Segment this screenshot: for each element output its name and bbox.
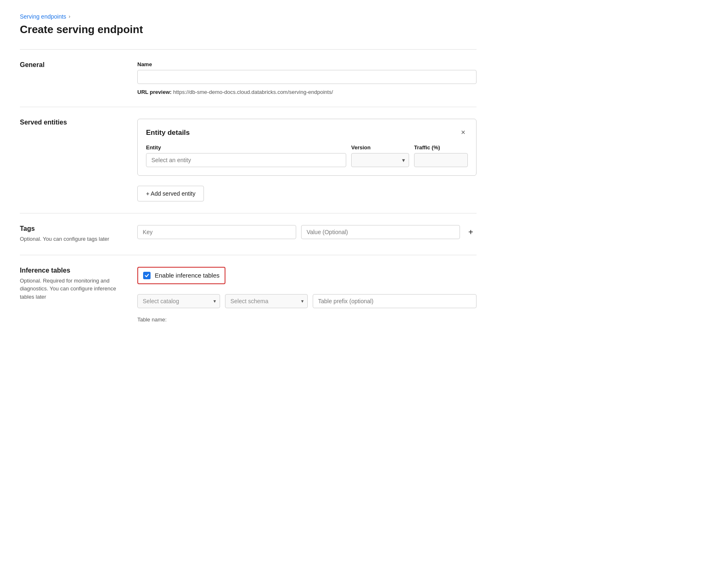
inference-tables-label-group: Inference tables Optional. Required for … <box>20 267 127 323</box>
entity-field-group: Entity <box>146 144 346 167</box>
tags-label-group: Tags Optional. You can configure tags la… <box>20 225 127 243</box>
enable-inference-checkbox-row[interactable]: Enable inference tables <box>137 267 225 284</box>
version-field-group: Version <box>351 144 409 167</box>
general-label: General <box>20 61 127 69</box>
breadcrumb-chevron: › <box>69 14 70 19</box>
schema-select-wrapper: Select schema <box>225 294 308 308</box>
url-preview: URL preview: https://db-sme-demo-docs.cl… <box>137 89 477 95</box>
served-entities-section: Served entities Entity details × Entity … <box>20 107 477 213</box>
version-field-label: Version <box>351 144 409 151</box>
version-select-wrapper <box>351 153 409 167</box>
entity-card-close-button[interactable]: × <box>458 127 468 138</box>
schema-select[interactable]: Select schema <box>225 294 308 308</box>
table-name-label: Table name: <box>137 316 167 323</box>
breadcrumb: Serving endpoints › <box>20 13 477 20</box>
entity-card-title: Entity details <box>146 129 190 137</box>
served-entities-label: Served entities <box>20 119 127 126</box>
url-preview-url: https://db-sme-demo-docs.cloud.databrick… <box>173 89 333 95</box>
traffic-field-label: Traffic (%) <box>414 144 468 151</box>
breadcrumb-link[interactable]: Serving endpoints <box>20 13 66 20</box>
tags-content: + <box>137 225 477 243</box>
tags-value-input[interactable] <box>301 225 460 239</box>
entity-card: Entity details × Entity Version <box>137 119 477 176</box>
served-entities-content: Entity details × Entity Version <box>137 119 477 201</box>
general-content: Name URL preview: https://db-sme-demo-do… <box>137 61 477 95</box>
inference-tables-label: Inference tables <box>20 267 127 274</box>
catalog-select-wrapper: Select catalog <box>137 294 220 308</box>
inference-tables-content: Enable inference tables Select catalog S… <box>137 267 477 323</box>
entity-input[interactable] <box>146 153 346 167</box>
name-input[interactable] <box>137 70 477 84</box>
served-entities-label-group: Served entities <box>20 119 127 201</box>
tags-sublabel: Optional. You can configure tags later <box>20 235 127 243</box>
general-section: General Name URL preview: https://db-sme… <box>20 49 477 107</box>
add-served-entity-button[interactable]: + Add served entity <box>137 186 204 201</box>
inference-tables-sublabel: Optional. Required for monitoring and di… <box>20 277 127 301</box>
version-select[interactable] <box>351 153 409 167</box>
table-name-row: Table name: <box>137 316 477 323</box>
enable-inference-label: Enable inference tables <box>155 272 220 279</box>
tags-key-input[interactable] <box>137 225 296 239</box>
tags-label: Tags <box>20 225 127 232</box>
table-prefix-input[interactable] <box>313 294 477 308</box>
tags-section: Tags Optional. You can configure tags la… <box>20 213 477 255</box>
entity-fields: Entity Version Traffic (%) 100 <box>146 144 468 167</box>
entity-field-label: Entity <box>146 144 346 151</box>
inference-tables-section: Inference tables Optional. Required for … <box>20 255 477 334</box>
inference-checkbox[interactable] <box>143 272 151 279</box>
page-title: Create serving endpoint <box>20 23 477 36</box>
add-tag-button[interactable]: + <box>465 226 477 239</box>
entity-card-header: Entity details × <box>146 127 468 138</box>
inference-selects: Select catalog Select schema <box>137 294 477 308</box>
traffic-input[interactable]: 100 <box>414 153 468 167</box>
name-field-group: Name <box>137 61 477 84</box>
checkmark-icon <box>144 273 149 278</box>
tags-row: + <box>137 225 477 239</box>
general-section-label-group: General <box>20 61 127 95</box>
url-preview-prefix: URL preview: <box>137 89 172 95</box>
catalog-select[interactable]: Select catalog <box>137 294 220 308</box>
traffic-field-group: Traffic (%) 100 <box>414 144 468 167</box>
name-field-label: Name <box>137 61 477 67</box>
